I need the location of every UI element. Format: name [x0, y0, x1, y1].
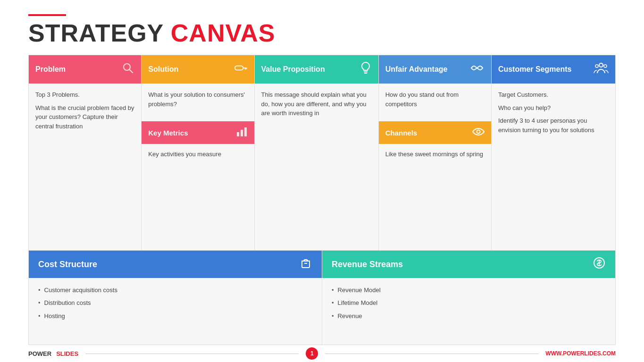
- cost-item-2: Distribution costs: [38, 297, 312, 308]
- title-black: STRATEGY: [28, 19, 163, 47]
- problem-text-2: What is the crucial problem faced by you…: [35, 103, 134, 131]
- solution-body: What is your solution to consumers' prob…: [142, 84, 254, 121]
- revenue-item-2: Lifetime Model: [332, 297, 606, 308]
- title-red: CANVAS: [171, 19, 276, 47]
- cost-label: Cost Structure: [38, 260, 97, 269]
- svg-line-1: [129, 69, 133, 73]
- lightbulb-icon: [360, 61, 372, 77]
- revenue-list: Revenue Model Lifetime Model Revenue: [332, 285, 606, 321]
- search-icon: [121, 61, 134, 77]
- dollar-icon: [593, 256, 606, 272]
- problem-header: Problem: [29, 55, 141, 84]
- footer: POWERSLIDES 1 WWW.POWERLIDES.COM: [28, 345, 616, 362]
- footer-line-right: [325, 354, 538, 354]
- problem-body: Top 3 Problems. What is the crucial prob…: [29, 84, 141, 250]
- revenue-header: Revenue Streams: [322, 251, 615, 278]
- unfair-body: How do you stand out from competitors: [379, 84, 491, 121]
- bottom-section: Cost Structure Customer acquisition cost…: [28, 251, 616, 345]
- cost-column: Cost Structure Customer acquisition cost…: [29, 251, 322, 345]
- channels-body: Like these sweet mornings of spring: [379, 144, 491, 250]
- customer-body: Target Customers. Who can you help? Iden…: [492, 84, 615, 250]
- customer-text-1: Target Customers.: [498, 90, 609, 100]
- svg-rect-6: [237, 132, 239, 136]
- cost-list: Customer acquisition costs Distribution …: [38, 285, 312, 321]
- solution-label: Solution: [148, 65, 178, 74]
- cost-header: Cost Structure: [29, 251, 322, 278]
- revenue-body: Revenue Model Lifetime Model Revenue: [322, 278, 615, 345]
- solution-text: What is your solution to consumers' prob…: [148, 90, 247, 109]
- key-icon: [234, 63, 248, 76]
- unfair-text: How do you stand out from competitors: [385, 90, 485, 109]
- handshake-icon: [470, 62, 485, 76]
- unfair-label: Unfair Advantage: [385, 65, 448, 74]
- svg-point-13: [595, 65, 598, 67]
- customer-label: Customer Segments: [498, 65, 572, 74]
- bag-icon: [299, 256, 312, 272]
- svg-point-12: [599, 63, 603, 67]
- brand-black: POWER: [28, 350, 51, 357]
- unfair-column: Unfair Advantage How do you stand out fr…: [379, 55, 492, 250]
- key-metrics-text: Key activities you measure: [148, 150, 247, 159]
- header: STRATEGY CANVAS: [28, 14, 616, 45]
- revenue-item-1: Revenue Model: [332, 285, 606, 295]
- svg-rect-8: [244, 127, 247, 136]
- value-header: Value Proposition: [255, 55, 378, 84]
- revenue-label: Revenue Streams: [332, 260, 403, 269]
- problem-label: Problem: [35, 65, 66, 74]
- channels-text: Like these sweet mornings of spring: [385, 150, 485, 159]
- svg-point-11: [477, 130, 480, 133]
- svg-rect-2: [234, 66, 243, 70]
- solution-column: Solution What is your solution to consum…: [142, 55, 254, 250]
- svg-rect-7: [241, 130, 243, 136]
- revenue-column: Revenue Streams Revenue Model Lifetime M…: [322, 251, 615, 345]
- page-title: STRATEGY CANVAS: [28, 21, 616, 45]
- header-accent-line: [28, 14, 66, 16]
- people-icon: [594, 62, 609, 77]
- value-label: Value Proposition: [261, 65, 325, 74]
- customer-text-2: Who can you help?: [498, 103, 609, 113]
- customer-column: Customer Segments Target Customers: [492, 55, 615, 250]
- bar-chart-icon: [236, 126, 248, 139]
- top-section: Problem Top 3 Problems. What is the cruc…: [28, 55, 616, 251]
- solution-inner: What is your solution to consumers' prob…: [142, 84, 254, 250]
- value-text: This message should explain what you do,…: [261, 90, 372, 118]
- canvas-container: Problem Top 3 Problems. What is the cruc…: [28, 55, 616, 345]
- cost-body: Customer acquisition costs Distribution …: [29, 278, 322, 345]
- value-column: Value Proposition This message should ex…: [255, 55, 379, 250]
- svg-point-14: [604, 65, 607, 67]
- unfair-header: Unfair Advantage: [379, 55, 491, 84]
- problem-column: Problem Top 3 Problems. What is the cruc…: [29, 55, 142, 250]
- revenue-item-3: Revenue: [332, 311, 606, 321]
- footer-website: WWW.POWERLIDES.COM: [545, 350, 616, 357]
- eye-icon: [472, 127, 485, 138]
- key-metrics-header: Key Metrics: [142, 121, 254, 144]
- value-body: This message should explain what you do,…: [255, 84, 378, 250]
- cost-item-1: Customer acquisition costs: [38, 285, 312, 295]
- footer-brand: POWERSLIDES: [28, 350, 78, 357]
- key-metrics-body: Key activities you measure: [142, 144, 254, 250]
- footer-line-left: [85, 354, 299, 354]
- unfair-inner: How do you stand out from competitors Ch…: [379, 84, 491, 250]
- cost-item-3: Hosting: [38, 311, 312, 321]
- channels-label: Channels: [385, 129, 418, 137]
- brand-red: SLIDES: [56, 350, 78, 357]
- page-number: 1: [306, 347, 318, 360]
- key-metrics-label: Key Metrics: [148, 129, 188, 137]
- page: STRATEGY CANVAS Problem Top 3 P: [0, 0, 644, 362]
- customer-header: Customer Segments: [492, 55, 615, 84]
- solution-header: Solution: [142, 55, 254, 84]
- problem-text-1: Top 3 Problems.: [35, 90, 134, 100]
- channels-header: Channels: [379, 121, 491, 144]
- customer-text-3: Identify 3 to 4 user personas you envisi…: [498, 116, 609, 135]
